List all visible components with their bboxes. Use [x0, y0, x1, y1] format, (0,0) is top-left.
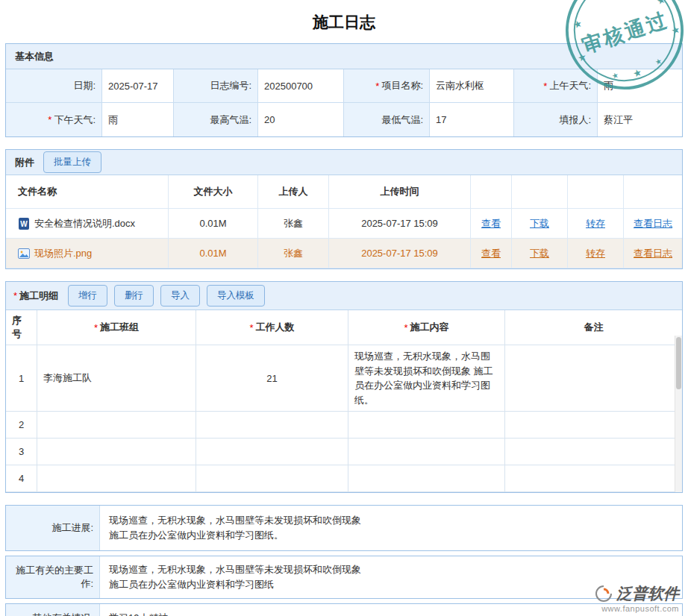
attachments-header: 附件 批量上传 — [6, 150, 682, 175]
row-team: 李海施工队 — [37, 345, 196, 412]
fanpu-logo-icon — [595, 585, 613, 603]
field-label-morning-weather: *上午天气: — [514, 69, 598, 103]
file-upload-time: 2025-07-17 15:09 — [329, 239, 471, 268]
basic-info-title: 基本信息 — [15, 50, 54, 63]
field-label-date: 日期: — [6, 69, 102, 103]
file-name: 安全检查情况说明.docx — [34, 217, 135, 230]
field-value-reporter: 蔡江平 — [598, 103, 682, 136]
add-row-button[interactable]: 增行 — [68, 285, 107, 307]
download-link[interactable]: 下载 — [530, 247, 549, 260]
delete-row-button[interactable]: 删行 — [114, 285, 154, 307]
file-size: 0.01M — [169, 239, 258, 268]
file-uploader: 张鑫 — [258, 239, 329, 268]
required-marker: * — [404, 322, 407, 333]
detail-row: 1 李海施工队 21 现场巡查，无积水现象，水马围壁等未发现损坏和吹倒现象 施工… — [6, 345, 682, 412]
row-remark — [505, 412, 682, 439]
col-action-2 — [512, 175, 568, 209]
attachments-table-header: 文件名称 文件大小 上传人 上传时间 — [6, 175, 682, 209]
field-value-date: 2025-07-17 — [102, 69, 174, 103]
attachments-section: 附件 批量上传 文件名称 文件大小 上传人 上传时间 W 安全检查情况说明.do… — [5, 149, 683, 269]
col-action-3 — [568, 175, 624, 209]
attachment-row-selected: 现场照片.png 0.01M 张鑫 2025-07-17 15:09 查看 下载… — [6, 239, 682, 268]
table-scrollbar[interactable] — [675, 336, 682, 492]
field-label-reporter: 填报人: — [514, 103, 598, 136]
main-work-row: 施工有关的主要工作: 现场巡查，无积水现象，水马围壁等未发现损坏和吹倒现象 施工… — [5, 556, 683, 599]
row-count — [196, 439, 348, 465]
field-label-log-number: 日志编号: — [174, 69, 258, 103]
field-value-max-temp: 20 — [258, 103, 344, 136]
detail-row: 3 — [6, 439, 682, 465]
attachment-row: W 安全检查情况说明.docx 0.01M 张鑫 2025-07-17 15:0… — [6, 209, 682, 239]
row-no: 3 — [6, 439, 37, 465]
row-no: 1 — [6, 345, 37, 412]
other-info-label: 其他有关情况: — [6, 604, 100, 616]
row-content: 现场巡查，无积水现象，水马围壁等未发现损坏和吹倒现象 施工员在办公室做内业资料和… — [348, 345, 505, 412]
field-label-afternoon-weather: *下午天气: — [6, 103, 102, 136]
view-log-link[interactable]: 查看日志 — [634, 217, 672, 230]
view-link[interactable]: 查看 — [481, 217, 501, 230]
transfer-link[interactable]: 转存 — [586, 217, 605, 230]
file-name: 现场照片.png — [34, 247, 92, 260]
scrollbar-thumb[interactable] — [676, 337, 681, 389]
row-team — [37, 465, 196, 492]
vendor-brand: 泛普软件 — [616, 583, 679, 604]
view-log-link[interactable]: 查看日志 — [634, 247, 672, 260]
required-marker: * — [94, 322, 98, 333]
main-work-label: 施工有关的主要工作: — [6, 556, 100, 598]
col-upload-time: 上传时间 — [329, 175, 471, 209]
row-team — [37, 412, 196, 439]
col-remark: 备注 — [505, 310, 682, 345]
word-file-icon: W — [18, 218, 30, 230]
field-value-project-name: 云南水利枢 — [430, 69, 514, 103]
col-serial-no: 序号 — [6, 310, 37, 345]
basic-info-table: 日期: 2025-07-17 日志编号: 202500700 *项目名称: 云南… — [6, 69, 682, 136]
attachments-title: 附件 — [15, 156, 34, 169]
progress-value: 现场巡查，无积水现象，水马围壁等未发现损坏和吹倒现象 施工员在办公室做内业资料和… — [100, 506, 682, 550]
col-action-1 — [471, 175, 512, 209]
row-count — [196, 465, 348, 492]
col-team: *施工班组 — [37, 310, 196, 345]
file-name-cell: W 安全检查情况说明.docx — [6, 209, 169, 239]
image-file-icon — [18, 248, 30, 260]
row-count — [196, 412, 348, 439]
required-marker: * — [13, 290, 17, 301]
row-no: 4 — [6, 465, 37, 492]
detail-toolbar: *施工明细 增行 删行 导入 导入模板 — [6, 282, 682, 310]
field-value-morning-weather: 雨 — [598, 69, 682, 103]
detail-table: 序号 *施工班组 *工作人数 *施工内容 备注 1 李海施工队 21 现场巡查，… — [6, 310, 682, 492]
field-label-min-temp: 最低气温: — [344, 103, 430, 136]
transfer-link[interactable]: 转存 — [586, 247, 605, 260]
file-name-cell: 现场照片.png — [6, 239, 169, 268]
page-title: 施工日志 — [0, 0, 688, 43]
field-value-afternoon-weather: 雨 — [102, 103, 174, 136]
download-link[interactable]: 下载 — [530, 217, 549, 230]
required-marker: * — [48, 114, 51, 125]
basic-info-header: 基本信息 — [6, 44, 682, 69]
col-action-4 — [624, 175, 682, 209]
construction-detail-section: *施工明细 增行 删行 导入 导入模板 序号 *施工班组 *工作人数 *施工内容… — [5, 281, 683, 493]
row-content — [348, 465, 505, 492]
col-content: *施工内容 — [348, 310, 505, 345]
col-file-size: 文件大小 — [169, 175, 258, 209]
import-button[interactable]: 导入 — [160, 285, 200, 307]
row-team — [37, 439, 196, 465]
detail-table-header: 序号 *施工班组 *工作人数 *施工内容 备注 — [6, 310, 682, 345]
detail-title: *施工明细 — [13, 289, 58, 303]
file-upload-time: 2025-07-17 15:09 — [329, 209, 471, 239]
other-info-row: 其他有关情况: 学习19大精神。 — [5, 603, 683, 616]
svg-text:W: W — [20, 220, 28, 228]
progress-row: 施工进展: 现场巡查，无积水现象，水马围壁等未发现损坏和吹倒现象 施工员在办公室… — [5, 505, 683, 551]
detail-row: 2 — [6, 412, 682, 439]
basic-info-section: 基本信息 日期: 2025-07-17 日志编号: 202500700 *项目名… — [5, 43, 683, 137]
view-link[interactable]: 查看 — [481, 247, 501, 260]
import-template-button[interactable]: 导入模板 — [207, 285, 265, 307]
detail-row: 4 — [6, 465, 682, 492]
vendor-watermark: 泛普软件 www.fanpusoft.com — [595, 583, 679, 613]
row-remark — [505, 345, 682, 412]
batch-upload-button[interactable]: 批量上传 — [43, 151, 101, 173]
construction-log-page: 施工日志 审核通过 ★ ★ ★ ★ ★ ★ ★ 基本信息 日期: 2025-07… — [0, 0, 688, 616]
row-count: 21 — [196, 345, 348, 412]
progress-label: 施工进展: — [6, 506, 100, 550]
required-marker: * — [249, 322, 253, 333]
field-label-project-name: *项目名称: — [344, 69, 430, 103]
